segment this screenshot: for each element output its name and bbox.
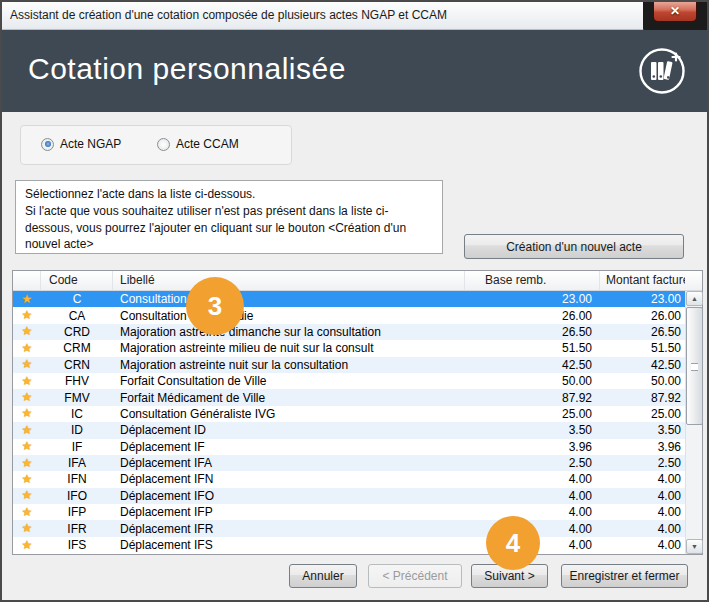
radio-acte-ccam[interactable]: Acte CCAM <box>157 137 239 151</box>
row-code: CRN <box>41 358 113 372</box>
row-libelle: Forfait Consultation de Ville <box>113 374 465 388</box>
row-base: 23.00 <box>465 292 600 306</box>
instruction-line-1: Sélectionnez l'acte dans la liste ci-des… <box>25 186 433 203</box>
table-row[interactable]: ★ IFR Déplacement IFR 4.00 4.00 <box>13 520 702 536</box>
row-base: 26.50 <box>465 325 600 339</box>
favorite-star-icon[interactable]: ★ <box>13 390 41 405</box>
row-montant: 4.00 <box>600 489 685 503</box>
table-row[interactable]: ★ FHV Forfait Consultation de Ville 50.0… <box>13 373 702 389</box>
row-libelle: Consultation Généraliste IVG <box>113 407 465 421</box>
row-base: 3.96 <box>465 440 600 454</box>
table-row[interactable]: ★ IFS Déplacement IFS 4.00 4.00 <box>13 537 702 553</box>
favorite-star-icon[interactable]: ★ <box>13 472 41 487</box>
row-libelle: Déplacement IFA <box>113 456 465 470</box>
favorite-star-icon[interactable]: ★ <box>13 406 41 421</box>
favorite-star-icon[interactable]: ★ <box>13 505 41 520</box>
previous-button[interactable]: < Précédent <box>368 564 462 588</box>
table-row[interactable]: ★ CA Consultation approfondie 26.00 26.0… <box>13 307 702 323</box>
favorite-star-icon[interactable]: ★ <box>13 521 41 536</box>
row-libelle: Consultation approfondie <box>113 309 465 323</box>
page-title: Cotation personnalisée <box>28 52 346 86</box>
row-code: IFR <box>41 522 113 536</box>
row-montant: 23.00 <box>600 292 685 306</box>
favorite-star-icon[interactable]: ★ <box>13 439 41 454</box>
row-montant: 42.50 <box>600 358 685 372</box>
table-row[interactable]: ★ CRD Majoration astreinte dimanche sur … <box>13 324 702 340</box>
row-libelle: Déplacement IF <box>113 440 465 454</box>
table-row[interactable]: ★ IC Consultation Généraliste IVG 25.00 … <box>13 406 702 422</box>
table-row[interactable]: ★ ID Déplacement ID 3.50 3.50 <box>13 422 702 438</box>
favorite-star-icon[interactable]: ★ <box>13 456 41 471</box>
row-code: FMV <box>41 391 113 405</box>
close-icon[interactable]: ✕ <box>653 2 697 22</box>
scroll-down-icon[interactable]: ▼ <box>686 539 703 554</box>
vertical-scrollbar[interactable]: ▲ ▼ <box>685 291 702 554</box>
save-and-close-button[interactable]: Enregistrer et fermer <box>561 564 688 588</box>
table-row[interactable]: ★ IFP Déplacement IFP 4.00 4.00 <box>13 504 702 520</box>
books-plus-icon <box>637 46 687 96</box>
row-code: CRD <box>41 325 113 339</box>
row-libelle: Consultation <box>113 292 465 306</box>
row-libelle: Majoration astreinte milieu de nuit sur … <box>113 341 465 355</box>
table-row[interactable]: ★ C Consultation 23.00 23.00 <box>13 291 702 307</box>
row-code: FHV <box>41 374 113 388</box>
window-title: Assistant de création d'une cotation com… <box>10 8 447 22</box>
table-row[interactable]: ★ FMV Forfait Médicament de Ville 87.92 … <box>13 389 702 405</box>
titlebar: Assistant de création d'une cotation com… <box>2 2 707 30</box>
table-row[interactable]: ★ IF Déplacement IF 3.96 3.96 <box>13 439 702 455</box>
row-montant: 50.00 <box>600 374 685 388</box>
row-base: 51.50 <box>465 341 600 355</box>
row-code: IFS <box>41 538 113 552</box>
cancel-button[interactable]: Annuler <box>289 564 357 588</box>
col-header-montant[interactable]: Montant facturé <box>600 271 685 290</box>
table-body: ★ C Consultation 23.00 23.00 ★ CA Consul… <box>13 291 702 553</box>
create-new-act-button[interactable]: Création d'un nouvel acte <box>464 234 684 259</box>
row-base: 2.50 <box>465 456 600 470</box>
row-libelle: Majoration astreinte dimanche sur la con… <box>113 325 465 339</box>
row-code: CRM <box>41 341 113 355</box>
row-montant: 26.50 <box>600 325 685 339</box>
col-header-base[interactable]: Base remb. <box>465 271 600 290</box>
row-libelle: Déplacement ID <box>113 423 465 437</box>
table-row[interactable]: ★ CRM Majoration astreinte milieu de nui… <box>13 340 702 356</box>
row-code: IC <box>41 407 113 421</box>
table-row[interactable]: ★ IFN Déplacement IFN 4.00 4.00 <box>13 471 702 487</box>
favorite-star-icon[interactable]: ★ <box>13 488 41 503</box>
radio-acte-ngap[interactable]: Acte NGAP <box>41 137 121 151</box>
radio-label: Acte NGAP <box>60 137 121 151</box>
favorite-star-icon[interactable]: ★ <box>13 324 41 339</box>
row-montant: 26.00 <box>600 309 685 323</box>
row-libelle: Déplacement IFR <box>113 522 465 536</box>
favorite-star-icon[interactable]: ★ <box>13 423 41 438</box>
table-row[interactable]: ★ CRN Majoration astreinte nuit sur la c… <box>13 357 702 373</box>
row-montant: 4.00 <box>600 472 685 486</box>
table-row[interactable]: ★ IFA Déplacement IFA 2.50 2.50 <box>13 455 702 471</box>
radio-unselected-icon <box>157 138 170 151</box>
instructions-box: Sélectionnez l'acte dans la liste ci-des… <box>15 180 443 254</box>
favorite-star-icon[interactable]: ★ <box>13 292 41 307</box>
favorite-star-icon[interactable]: ★ <box>13 374 41 389</box>
row-base: 25.00 <box>465 407 600 421</box>
scrollbar-thumb[interactable] <box>686 307 703 425</box>
col-header-code[interactable]: Code <box>41 271 113 290</box>
row-montant: 3.50 <box>600 423 685 437</box>
favorite-star-icon[interactable]: ★ <box>13 538 41 553</box>
dialog-window: Assistant de création d'une cotation com… <box>0 0 709 602</box>
row-montant: 4.00 <box>600 505 685 519</box>
row-base: 42.50 <box>465 358 600 372</box>
table-row[interactable]: ★ IFO Déplacement IFO 4.00 4.00 <box>13 488 702 504</box>
row-libelle: Forfait Médicament de Ville <box>113 391 465 405</box>
row-base: 3.50 <box>465 423 600 437</box>
favorite-star-icon[interactable]: ★ <box>13 308 41 323</box>
instruction-line-2: Si l'acte que vous souhaitez utiliser n'… <box>25 203 433 253</box>
row-base: 4.00 <box>465 505 600 519</box>
row-libelle: Déplacement IFO <box>113 489 465 503</box>
col-header-libelle[interactable]: Libellé <box>113 271 465 290</box>
row-code: CA <box>41 309 113 323</box>
scroll-up-icon[interactable]: ▲ <box>686 291 703 306</box>
row-code: IFO <box>41 489 113 503</box>
wizard-header: Cotation personnalisée <box>2 30 707 112</box>
col-header-star[interactable] <box>13 271 41 290</box>
favorite-star-icon[interactable]: ★ <box>13 341 41 356</box>
favorite-star-icon[interactable]: ★ <box>13 357 41 372</box>
